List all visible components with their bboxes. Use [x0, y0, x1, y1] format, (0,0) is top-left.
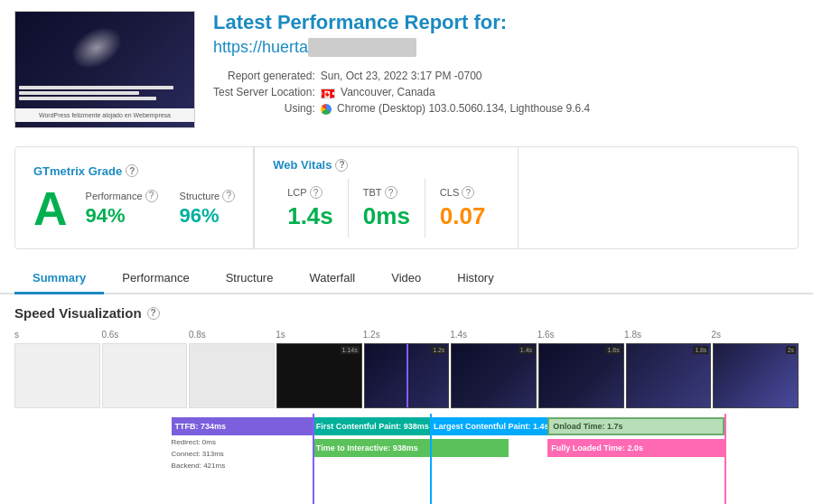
gtmetrix-grade-section: GTmetrix Grade ? A Performance ? 94%: [15, 147, 254, 248]
performance-metric: Performance ? 94%: [86, 190, 158, 228]
speed-viz-help[interactable]: ?: [147, 307, 160, 320]
thumb-1: [102, 343, 188, 408]
purple-marker-line: [313, 414, 314, 504]
grade-container: GTmetrix Grade ? A Performance ? 94%: [14, 146, 799, 249]
connect-label: Connect: 313ms: [172, 449, 226, 461]
tick-18s: 1.8s: [624, 330, 711, 340]
web-vitals-title: Web Vitals ?: [273, 158, 500, 172]
gtmetrix-grade-help[interactable]: ?: [126, 164, 138, 177]
structure-value: 96%: [180, 204, 236, 228]
grade-letter: A: [33, 185, 68, 232]
site-thumbnail: WordPress felizmente alojado en Webempre…: [14, 11, 195, 128]
cls-label: CLS ?: [440, 186, 486, 199]
performance-help[interactable]: ?: [145, 190, 158, 202]
chrome-icon: [321, 104, 332, 115]
thumb-7: 1.8s: [626, 343, 712, 408]
tick-12s: 1.2s: [363, 330, 450, 340]
thumb-5: 1.4s: [451, 343, 537, 408]
header-section: WordPress felizmente alojado en Webempre…: [0, 0, 813, 139]
performance-value: 94%: [86, 204, 158, 228]
lcp-help[interactable]: ?: [310, 186, 322, 199]
backend-label: Backend: 421ms: [172, 461, 226, 472]
server-value: 🇨🇦 Vancouver, Canada: [321, 84, 596, 100]
structure-help[interactable]: ?: [222, 190, 235, 202]
tick-06s: 0.6s: [101, 330, 188, 340]
timeline-ruler: s 0.6s 0.8s 1s 1.2s 1.4s 1.6s 1.8s 2s: [14, 330, 799, 340]
ttfb-sublabels: Redirect: 0ms Connect: 313ms Backend: 42…: [172, 437, 226, 471]
ttfb-bar: TTFB: 734ms: [172, 417, 313, 435]
tabs-bar: Summary Performance Structure Waterfall …: [0, 264, 813, 294]
header-info: Latest Performance Report for: https://h…: [213, 11, 799, 117]
url-blur: [308, 38, 416, 57]
tick-1s: 1s: [276, 330, 362, 340]
blue-marker-line: [430, 414, 432, 504]
report-url: https://huerta: [213, 38, 799, 57]
thumb-6: 1.6s: [538, 343, 624, 408]
tab-structure[interactable]: Structure: [208, 264, 292, 294]
grade-metrics: Performance ? 94% Structure ? 96%: [86, 190, 236, 228]
pink-marker-line: [724, 414, 726, 504]
performance-label: Performance ?: [86, 190, 158, 202]
canada-flag-icon: 🇨🇦: [321, 89, 335, 98]
web-vitals-help[interactable]: ?: [335, 159, 348, 172]
url-text: https://huerta: [213, 38, 308, 56]
structure-label: Structure ?: [180, 190, 236, 202]
fully-loaded-bar: Fully Loaded Time: 2.0s: [547, 439, 724, 457]
tab-history[interactable]: History: [439, 264, 511, 294]
thumb-4: 1.2s: [364, 343, 450, 408]
tbt-vital: TBT ? 0ms: [349, 179, 425, 238]
cls-help[interactable]: ?: [462, 186, 474, 199]
markers-bars-container: TTFB: 734ms Redirect: 0ms Connect: 313ms…: [14, 414, 799, 504]
tti-bar: Time to Interactive: 938ms: [313, 439, 509, 457]
tab-waterfall[interactable]: Waterfall: [291, 264, 373, 294]
speed-visualization-section: Speed Visualization ? s 0.6s 0.8s 1s 1.2…: [0, 294, 813, 504]
thumb-3: 1.14s: [276, 343, 362, 408]
tbt-value: 0ms: [363, 202, 410, 230]
thumbnail-lines: [19, 86, 191, 102]
tick-16s: 1.6s: [537, 330, 624, 340]
lcp-label: LCP ?: [287, 186, 333, 199]
redirect-label: Redirect: 0ms: [172, 437, 226, 449]
speed-viz-title: Speed Visualization ?: [14, 305, 799, 321]
using-value: Chrome (Desktop) 103.0.5060.134, Lightho…: [321, 100, 596, 117]
web-vitals-section: Web Vitals ? LCP ? 1.4s TBT ? 0ms: [254, 147, 798, 248]
tbt-help[interactable]: ?: [385, 186, 397, 199]
cls-value: 0.07: [440, 202, 486, 230]
tick-08s: 0.8s: [189, 330, 276, 340]
cls-vital: CLS ? 0.07: [425, 179, 500, 238]
tbt-label: TBT ?: [363, 186, 410, 199]
tab-summary[interactable]: Summary: [14, 264, 104, 294]
tick-14s: 1.4s: [450, 330, 537, 340]
tick-2s: 2s: [712, 330, 799, 340]
using-label: Using:: [213, 100, 321, 117]
thumb-8: 2s: [713, 343, 799, 408]
server-label: Test Server Location:: [213, 84, 321, 100]
lcp-vital: LCP ? 1.4s: [273, 179, 349, 238]
thumb-2: [189, 343, 275, 408]
gtmetrix-grade-title: GTmetrix Grade ?: [33, 164, 235, 178]
thumbnails-row: 1.14s 1.2s 1.4s 1.6s 1.8s 2s: [14, 343, 799, 408]
structure-metric: Structure ? 96%: [180, 190, 236, 228]
tick-0s: s: [14, 330, 101, 340]
generated-label: Report generated:: [213, 68, 321, 84]
report-title: Latest Performance Report for:: [213, 11, 799, 34]
tab-performance[interactable]: Performance: [104, 264, 207, 294]
lcp-value: 1.4s: [287, 202, 333, 230]
generated-value: Sun, Oct 23, 2022 3:17 PM -0700: [321, 68, 596, 84]
thumb-0: [14, 343, 100, 408]
onload-bar: Onload Time: 1.7s: [547, 417, 724, 435]
tab-video[interactable]: Video: [373, 264, 439, 294]
report-meta: Report generated: Sun, Oct 23, 2022 3:17…: [213, 68, 799, 117]
thumbnail-caption: WordPress felizmente alojado en Webempre…: [15, 108, 194, 122]
